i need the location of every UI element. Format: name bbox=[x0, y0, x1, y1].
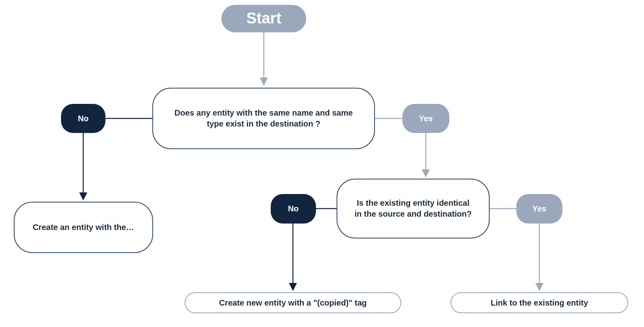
outcome-create-copied: Create new entity with a "(copied)" tag bbox=[185, 292, 401, 313]
decision-entity-exists: Does any entity with the same name and s… bbox=[152, 88, 375, 149]
branch-yes-1: Yes bbox=[402, 104, 449, 133]
branch-yes-2: Yes bbox=[516, 194, 562, 224]
start-node: Start bbox=[221, 5, 306, 32]
flow-edges bbox=[0, 0, 644, 327]
outcome-link-existing: Link to the existing entity bbox=[450, 292, 628, 313]
decision-identical: Is the existing entity identical in the … bbox=[337, 179, 490, 238]
outcome-create-same-name: Create an entity with the… bbox=[14, 202, 153, 253]
branch-no-2: No bbox=[271, 194, 316, 224]
branch-no-1: No bbox=[61, 104, 105, 133]
